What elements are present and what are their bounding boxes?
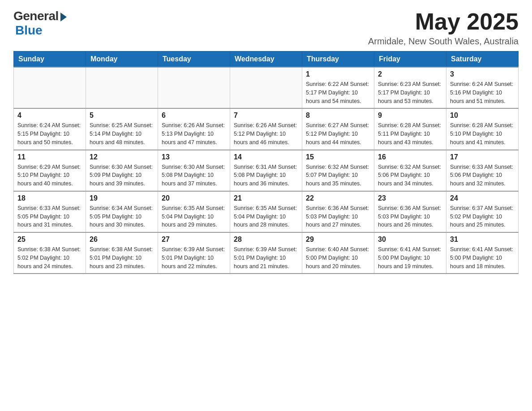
day-info: Sunrise: 6:38 AM Sunset: 5:01 PM Dayligh… [90,245,154,270]
calendar-day-cell: 20Sunrise: 6:35 AM Sunset: 5:04 PM Dayli… [158,191,230,232]
calendar-day-cell: 12Sunrise: 6:30 AM Sunset: 5:09 PM Dayli… [86,150,158,191]
day-info: Sunrise: 6:39 AM Sunset: 5:01 PM Dayligh… [162,245,226,270]
day-number: 19 [90,194,154,202]
calendar-day-cell: 7Sunrise: 6:26 AM Sunset: 5:12 PM Daylig… [230,108,302,150]
page-header: General Blue May 2025 Armidale, New Sout… [13,9,519,47]
day-number: 18 [17,194,82,202]
calendar-day-cell: 29Sunrise: 6:40 AM Sunset: 5:00 PM Dayli… [302,232,374,274]
month-title: May 2025 [368,9,519,34]
day-info: Sunrise: 6:38 AM Sunset: 5:02 PM Dayligh… [17,245,82,270]
day-of-week-header: Tuesday [158,51,230,68]
calendar-day-cell: 30Sunrise: 6:41 AM Sunset: 5:00 PM Dayli… [374,232,446,274]
day-number: 25 [17,235,82,244]
day-number: 31 [450,235,515,244]
logo-blue-text: Blue [15,23,43,38]
calendar-day-cell: 23Sunrise: 6:36 AM Sunset: 5:03 PM Dayli… [374,191,446,232]
day-number: 29 [306,235,370,244]
calendar-day-cell: 16Sunrise: 6:32 AM Sunset: 5:06 PM Dayli… [374,150,446,191]
day-info: Sunrise: 6:41 AM Sunset: 5:00 PM Dayligh… [450,245,515,270]
calendar-day-cell: 4Sunrise: 6:24 AM Sunset: 5:15 PM Daylig… [14,108,86,150]
calendar-day-cell: 14Sunrise: 6:31 AM Sunset: 5:08 PM Dayli… [230,150,302,191]
day-number: 21 [234,194,298,202]
day-of-week-header: Wednesday [230,51,302,68]
calendar-day-cell: 19Sunrise: 6:34 AM Sunset: 5:05 PM Dayli… [86,191,158,232]
day-info: Sunrise: 6:30 AM Sunset: 5:08 PM Dayligh… [162,163,226,188]
title-area: May 2025 Armidale, New South Wales, Aust… [368,9,519,47]
calendar-day-cell [14,67,86,108]
day-number: 28 [234,235,298,244]
calendar-week-row: 25Sunrise: 6:38 AM Sunset: 5:02 PM Dayli… [14,232,519,274]
day-info: Sunrise: 6:33 AM Sunset: 5:05 PM Dayligh… [17,204,82,229]
calendar-day-cell: 25Sunrise: 6:38 AM Sunset: 5:02 PM Dayli… [14,232,86,274]
day-of-week-header: Saturday [446,51,519,68]
day-number: 13 [162,153,226,161]
calendar-day-cell: 5Sunrise: 6:25 AM Sunset: 5:14 PM Daylig… [86,108,158,150]
logo: General Blue [13,9,67,38]
day-info: Sunrise: 6:26 AM Sunset: 5:13 PM Dayligh… [162,121,226,146]
day-number: 14 [234,153,298,161]
day-info: Sunrise: 6:36 AM Sunset: 5:03 PM Dayligh… [306,204,370,229]
calendar-day-cell: 9Sunrise: 6:28 AM Sunset: 5:11 PM Daylig… [374,108,446,150]
logo-arrow-icon [60,13,67,21]
calendar-week-row: 1Sunrise: 6:22 AM Sunset: 5:17 PM Daylig… [14,67,519,108]
calendar-day-cell: 11Sunrise: 6:29 AM Sunset: 5:10 PM Dayli… [14,150,86,191]
day-number: 27 [162,235,226,244]
day-of-week-header: Thursday [302,51,374,68]
day-info: Sunrise: 6:24 AM Sunset: 5:16 PM Dayligh… [450,80,515,105]
day-number: 23 [378,194,442,202]
day-info: Sunrise: 6:35 AM Sunset: 5:04 PM Dayligh… [162,204,226,229]
calendar-week-row: 11Sunrise: 6:29 AM Sunset: 5:10 PM Dayli… [14,150,519,191]
day-info: Sunrise: 6:32 AM Sunset: 5:07 PM Dayligh… [306,163,370,188]
day-number: 17 [450,153,515,161]
day-info: Sunrise: 6:31 AM Sunset: 5:08 PM Dayligh… [234,163,298,188]
day-info: Sunrise: 6:41 AM Sunset: 5:00 PM Dayligh… [378,245,442,270]
day-info: Sunrise: 6:29 AM Sunset: 5:10 PM Dayligh… [17,163,82,188]
calendar-day-cell: 3Sunrise: 6:24 AM Sunset: 5:16 PM Daylig… [446,67,519,108]
calendar-day-cell: 17Sunrise: 6:33 AM Sunset: 5:06 PM Dayli… [446,150,519,191]
calendar-day-cell: 13Sunrise: 6:30 AM Sunset: 5:08 PM Dayli… [158,150,230,191]
calendar-day-cell: 6Sunrise: 6:26 AM Sunset: 5:13 PM Daylig… [158,108,230,150]
calendar-day-cell [158,67,230,108]
day-number: 7 [234,111,298,120]
day-number: 22 [306,194,370,202]
calendar-day-cell: 21Sunrise: 6:35 AM Sunset: 5:04 PM Dayli… [230,191,302,232]
calendar-day-cell: 28Sunrise: 6:39 AM Sunset: 5:01 PM Dayli… [230,232,302,274]
calendar-week-row: 18Sunrise: 6:33 AM Sunset: 5:05 PM Dayli… [14,191,519,232]
day-of-week-header: Sunday [14,51,86,68]
day-info: Sunrise: 6:22 AM Sunset: 5:17 PM Dayligh… [306,80,370,105]
calendar-day-cell: 8Sunrise: 6:27 AM Sunset: 5:12 PM Daylig… [302,108,374,150]
day-number: 6 [162,111,226,120]
location-subtitle: Armidale, New South Wales, Australia [368,36,519,47]
calendar-day-cell: 31Sunrise: 6:41 AM Sunset: 5:00 PM Dayli… [446,232,519,274]
day-info: Sunrise: 6:36 AM Sunset: 5:03 PM Dayligh… [378,204,442,229]
calendar-day-cell: 2Sunrise: 6:23 AM Sunset: 5:17 PM Daylig… [374,67,446,108]
day-info: Sunrise: 6:27 AM Sunset: 5:12 PM Dayligh… [306,121,370,146]
day-of-week-header: Monday [86,51,158,68]
calendar-day-cell: 27Sunrise: 6:39 AM Sunset: 5:01 PM Dayli… [158,232,230,274]
day-info: Sunrise: 6:28 AM Sunset: 5:10 PM Dayligh… [450,121,515,146]
day-number: 24 [450,194,515,202]
day-number: 26 [90,235,154,244]
day-of-week-header: Friday [374,51,446,68]
day-number: 11 [17,153,82,161]
calendar-day-cell: 10Sunrise: 6:28 AM Sunset: 5:10 PM Dayli… [446,108,519,150]
day-info: Sunrise: 6:25 AM Sunset: 5:14 PM Dayligh… [90,121,154,146]
calendar-day-cell: 18Sunrise: 6:33 AM Sunset: 5:05 PM Dayli… [14,191,86,232]
day-info: Sunrise: 6:28 AM Sunset: 5:11 PM Dayligh… [378,121,442,146]
day-number: 16 [378,153,442,161]
calendar-table: SundayMondayTuesdayWednesdayThursdayFrid… [13,51,519,274]
logo-general-text: General [13,9,59,23]
day-number: 2 [378,70,442,78]
day-info: Sunrise: 6:24 AM Sunset: 5:15 PM Dayligh… [17,121,82,146]
day-info: Sunrise: 6:34 AM Sunset: 5:05 PM Dayligh… [90,204,154,229]
day-info: Sunrise: 6:32 AM Sunset: 5:06 PM Dayligh… [378,163,442,188]
calendar-day-cell: 24Sunrise: 6:37 AM Sunset: 5:02 PM Dayli… [446,191,519,232]
day-number: 20 [162,194,226,202]
calendar-header-row: SundayMondayTuesdayWednesdayThursdayFrid… [14,51,519,68]
day-number: 15 [306,153,370,161]
day-number: 3 [450,70,515,78]
day-number: 12 [90,153,154,161]
calendar-day-cell: 26Sunrise: 6:38 AM Sunset: 5:01 PM Dayli… [86,232,158,274]
day-info: Sunrise: 6:35 AM Sunset: 5:04 PM Dayligh… [234,204,298,229]
day-number: 9 [378,111,442,120]
